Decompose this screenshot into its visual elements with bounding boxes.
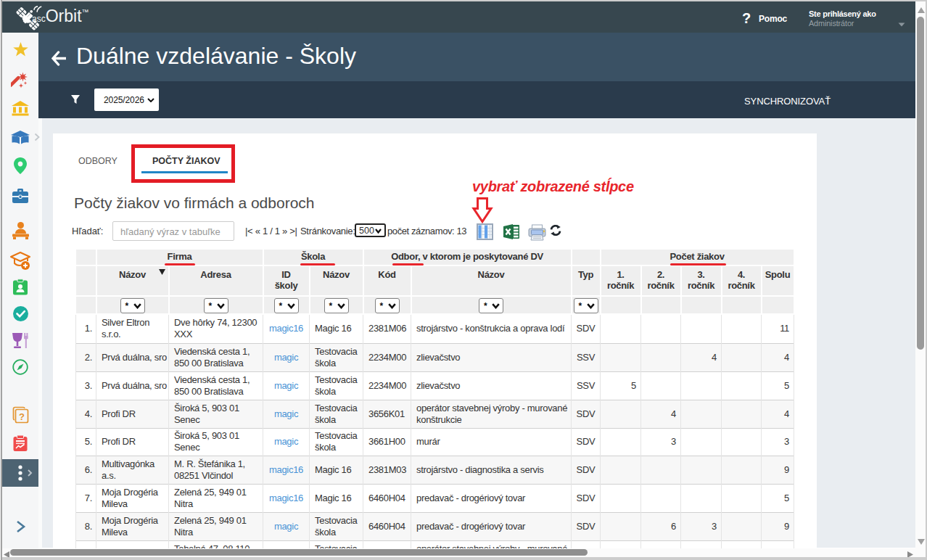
svg-text:?: ? bbox=[19, 411, 25, 422]
